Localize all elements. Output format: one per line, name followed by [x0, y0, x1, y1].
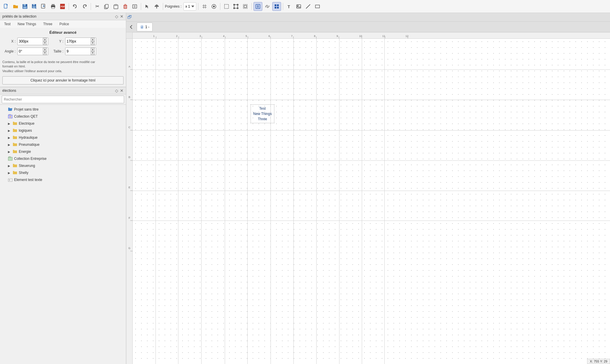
properties-button[interactable] — [130, 2, 139, 11]
tree-expand-element — [2, 178, 6, 182]
image-button[interactable] — [294, 2, 303, 11]
save-as-button[interactable]: + — [30, 2, 39, 11]
link-button[interactable] — [263, 2, 272, 11]
angle-label: Angle : — [2, 49, 16, 53]
back-button[interactable] — [127, 23, 136, 31]
dot-grid — [133, 39, 610, 364]
cut-button[interactable]: ✂ — [93, 2, 102, 11]
open-file-button[interactable] — [11, 2, 20, 11]
x-spin-buttons: ▲ ▼ — [43, 38, 47, 45]
grid-view-button[interactable] — [272, 2, 281, 11]
text-line-2: New Things — [253, 111, 272, 116]
tree-label-shelly: Shelly — [19, 171, 28, 175]
taille-input[interactable] — [67, 49, 90, 53]
redo-button[interactable] — [80, 2, 89, 11]
new-file-button[interactable] — [2, 2, 11, 11]
tree-label-pneumatique: Pneumatique — [19, 143, 40, 147]
canvas-tabbar: 🖥 1 - — [126, 22, 610, 32]
search-input[interactable] — [2, 96, 124, 103]
taille-spin-down[interactable]: ▼ — [91, 51, 95, 55]
snap-button[interactable] — [209, 2, 218, 11]
tree-label-electrique: Electrique — [19, 121, 34, 126]
line-button[interactable] — [304, 2, 312, 11]
tree-item-entreprise[interactable]: Collection Entreprise — [0, 155, 126, 162]
x-input[interactable] — [19, 39, 42, 43]
tree-expand-pneumatique[interactable]: ▶ — [7, 143, 11, 147]
select-mode-button[interactable] — [143, 2, 152, 11]
tree-item-energie[interactable]: ▶ Energie — [0, 148, 126, 155]
tree-item-logiques[interactable]: ▶ logiques — [0, 127, 126, 134]
properties-close-icon[interactable]: ✕ — [120, 14, 124, 19]
tree-item-hydraulique[interactable]: ▶ Hydraulique — [0, 134, 126, 141]
pan-mode-button[interactable] — [152, 2, 161, 11]
svg-text:⚡: ⚡ — [9, 116, 11, 118]
toolbar-text-group: T — [285, 2, 322, 11]
y-input[interactable] — [67, 39, 90, 43]
advanced-editor-title: Éditeur avancé — [2, 30, 124, 35]
tree-item-qet-collection[interactable]: ⚡ Collection QET — [0, 113, 126, 120]
tree-expand-electrique[interactable]: ▶ — [7, 121, 11, 126]
properties-view-button[interactable] — [254, 2, 262, 11]
poignees-select[interactable]: x 1 — [183, 2, 196, 11]
angle-spin-buttons: ▲ ▼ — [43, 48, 47, 55]
undo-button[interactable] — [71, 2, 80, 11]
svg-text:9: 9 — [337, 35, 338, 38]
tree-item-pneumatique[interactable]: ▶ Pneumatique — [0, 141, 126, 148]
svg-rect-0 — [4, 4, 7, 8]
angle-field-row: Angle : ▲ ▼ Taille : ▲ ▼ — [2, 48, 124, 55]
tree-item-electrique[interactable]: ▶ Electrique — [0, 120, 126, 127]
svg-rect-55 — [9, 157, 11, 158]
collections-diamond-icon[interactable]: ◇ — [115, 88, 118, 93]
paste-button[interactable] — [111, 2, 120, 11]
angle-spin-down[interactable]: ▼ — [43, 51, 47, 55]
tab-police[interactable]: Police — [56, 21, 73, 27]
grid-toggle-button[interactable] — [200, 2, 209, 11]
tree-expand-energie[interactable]: ▶ — [7, 150, 11, 154]
tree-item-project[interactable]: Projet sans titre — [0, 106, 126, 113]
rect-button[interactable] — [313, 2, 322, 11]
tree-expand-shelly[interactable]: ▶ — [7, 171, 11, 175]
properties-diamond-icon[interactable]: ◇ — [115, 14, 118, 19]
canvas-drawing-area[interactable]: Test New Things Three X: 755 Y: 29 — [133, 39, 610, 364]
export-button[interactable] — [39, 2, 48, 11]
properties-panel: priétés de la sélection ◇ ✕ Test New Thi… — [0, 13, 126, 87]
taille-spin-up[interactable]: ▲ — [91, 48, 95, 51]
tree-expand-steuerung[interactable]: ▶ — [7, 164, 11, 168]
canvas-tab-1[interactable]: 🖥 1 - — [137, 23, 153, 31]
svg-rect-52 — [9, 114, 11, 115]
collections-close-icon[interactable]: ✕ — [120, 88, 124, 93]
svg-rect-50 — [315, 5, 320, 8]
print-button[interactable] — [49, 2, 58, 11]
angle-input[interactable] — [19, 49, 42, 53]
x-spin-down[interactable]: ▼ — [43, 41, 47, 45]
x-spin-up[interactable]: ▲ — [43, 38, 47, 41]
svg-rect-44 — [275, 7, 276, 9]
toolbar-sep-4 — [163, 3, 163, 10]
taille-spin-buttons: ▲ ▼ — [91, 48, 95, 55]
tree-expand-qet — [2, 114, 6, 118]
y-spin-up[interactable]: ▲ — [91, 38, 95, 41]
transform-button[interactable] — [232, 2, 240, 11]
tree-item-steuerung[interactable]: ▶ Steuerung — [0, 162, 126, 169]
tree-expand-logiques[interactable]: ▶ — [7, 128, 11, 133]
y-spin-down[interactable]: ▼ — [91, 41, 95, 45]
clear-html-button[interactable]: Cliquez ici pour annuler le formatage ht… — [2, 76, 124, 84]
tree-item-shelly[interactable]: ▶ Shelly — [0, 169, 126, 176]
select-rect-button[interactable] — [222, 2, 231, 11]
svg-text:A: A — [129, 65, 130, 68]
tab-test[interactable]: Test — [1, 21, 14, 27]
delete-button[interactable] — [121, 2, 130, 11]
scale-button[interactable] — [241, 2, 250, 11]
copy-button[interactable] — [102, 2, 111, 11]
tree-expand-hydraulique[interactable]: ▶ — [7, 136, 11, 140]
canvas-text-element[interactable]: Test New Things Three — [251, 104, 274, 123]
tab-new-things[interactable]: New Things — [14, 21, 40, 27]
svg-text:PDF: PDF — [61, 6, 65, 8]
tree-item-element-test[interactable]: T Element test texte — [0, 176, 126, 183]
text-button[interactable]: T — [285, 2, 294, 11]
tab-three[interactable]: Three — [40, 21, 56, 27]
export-pdf-button[interactable]: PDF — [58, 2, 67, 11]
folder-pneumatique-icon — [12, 142, 18, 147]
save-file-button[interactable] — [21, 2, 29, 11]
angle-spin-up[interactable]: ▲ — [43, 48, 47, 51]
